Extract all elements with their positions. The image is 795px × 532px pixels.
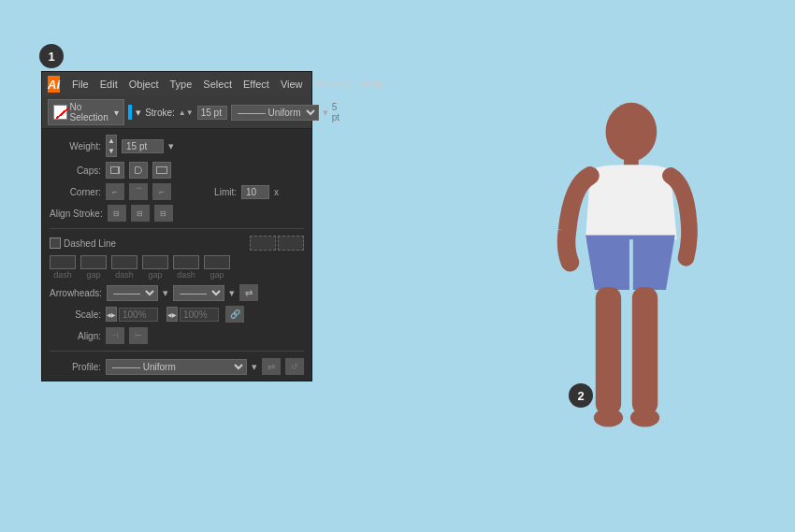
profile-flip-btn[interactable]: ⇄: [262, 358, 281, 375]
divider1: [50, 228, 304, 229]
svg-point-4: [594, 409, 623, 427]
stroke-label: Stroke:: [145, 108, 175, 118]
profile-row: Profile: ——— Uniform ▾ ⇄ ↺: [50, 358, 304, 375]
dash3-label: dash: [173, 270, 199, 280]
profile-reset-btn[interactable]: ↺: [285, 358, 304, 375]
gap3-input[interactable]: [204, 255, 230, 269]
ai-panel: Ai File Edit Object Type Select Effect V…: [41, 71, 312, 381]
arrowhead-swap-btn[interactable]: ⇄: [239, 284, 258, 301]
menu-bar: Ai File Edit Object Type Select Effect V…: [42, 72, 311, 96]
limit-label: Limit:: [185, 187, 237, 197]
menu-help[interactable]: Help: [357, 77, 388, 92]
dashed-label: Dashed Line: [64, 238, 116, 249]
scale2-spinner[interactable]: ◀▶: [166, 307, 178, 322]
ai-logo: Ai: [48, 76, 60, 93]
dropdown-arrow2: ▾: [136, 107, 141, 119]
gap2-input[interactable]: [142, 255, 168, 269]
limit-x: x: [274, 187, 279, 197]
selection-square-icon: [128, 105, 132, 120]
profile-label: Profile:: [50, 362, 101, 372]
divider2: [50, 351, 304, 352]
stroke-type-select[interactable]: ——— Uniform: [231, 105, 319, 121]
dash1-input[interactable]: [50, 255, 76, 269]
corner-miter-btn[interactable]: ⌐: [106, 183, 124, 200]
scale2-input[interactable]: [180, 308, 219, 322]
svg-point-0: [606, 103, 658, 162]
scale1-input[interactable]: [119, 308, 158, 322]
arrow-end-dropdown: ▾: [229, 287, 235, 299]
dashed-line-row: Dashed Line: [50, 236, 304, 251]
stroke-up-arrow: ▲▼: [179, 108, 194, 117]
corner-label: Corner:: [50, 187, 101, 197]
align-outside-btn[interactable]: ⊟: [154, 205, 173, 222]
arrowheads-label: Arrowheads:: [50, 288, 102, 298]
gap1-input[interactable]: [80, 255, 107, 269]
align2-label: Align:: [50, 331, 101, 341]
align-stroke-row: Align Stroke: ⊟ ⊟ ⊟: [50, 205, 304, 222]
corner-round-btn[interactable]: ⌒: [129, 183, 148, 200]
step-badge-2: 2: [569, 383, 593, 408]
no-selection-dropdown[interactable]: No Selection ▾: [48, 99, 124, 125]
menu-edit[interactable]: Edit: [95, 77, 123, 92]
align-stroke-label: Align Stroke:: [50, 208, 103, 219]
weight-spinner[interactable]: ▲ ▼: [106, 135, 117, 157]
dropdown-arrow: ▾: [114, 108, 119, 118]
menu-type[interactable]: Type: [166, 77, 197, 92]
menu-effect[interactable]: Effect: [238, 77, 274, 92]
scale-label: Scale:: [50, 309, 101, 320]
svg-point-5: [630, 409, 659, 427]
arrowheads-row: Arrowheads: ——— ▾ ——— ▾ ⇄: [50, 284, 304, 301]
caps-row: Caps:: [50, 162, 304, 179]
arrowhead-end-select[interactable]: ———: [173, 285, 224, 301]
panel-content: Weight: ▲ ▼ ▾ Caps: Corner: ⌐ ⌒: [42, 129, 311, 381]
dash-preset2[interactable]: [278, 236, 304, 251]
arrowhead-start-select[interactable]: ———: [107, 285, 158, 301]
stroke-color-indicator: [53, 105, 67, 120]
dash1-label: dash: [50, 270, 76, 280]
step-badge-1: 1: [39, 44, 64, 68]
corner-row: Corner: ⌐ ⌒ ⌐ Limit: x: [50, 183, 304, 200]
profile-select[interactable]: ——— Uniform: [106, 359, 247, 375]
align-center-btn[interactable]: ⊟: [108, 205, 126, 222]
limit-input[interactable]: [241, 185, 269, 199]
cap-flat-btn[interactable]: [106, 162, 124, 179]
corner-bevel-btn[interactable]: ⌐: [152, 183, 171, 200]
align2-row: Align: ⊣ ⊢: [50, 327, 304, 344]
align-right-btn[interactable]: ⊢: [129, 327, 148, 344]
dash2-label: dash: [111, 270, 137, 280]
gap2-label: gap: [142, 270, 168, 280]
scale-lock-btn[interactable]: 🔗: [225, 306, 244, 323]
toolbar-row: No Selection ▾ ▾ Stroke: ▲▼ ——— Uniform …: [42, 96, 311, 129]
scale-row: Scale: ◀▶ ◀▶ 🔗: [50, 306, 304, 323]
weight-input[interactable]: [122, 139, 164, 153]
align-left-btn[interactable]: ⊣: [106, 327, 124, 344]
menu-object[interactable]: Object: [124, 77, 164, 92]
arrow-start-dropdown: ▾: [163, 287, 168, 299]
character-figure: [533, 93, 720, 486]
menu-select[interactable]: Select: [198, 77, 237, 92]
cap-square-btn[interactable]: [152, 162, 171, 179]
svg-rect-2: [596, 287, 621, 415]
cap-round-btn[interactable]: [129, 162, 148, 179]
menu-file[interactable]: File: [67, 77, 94, 92]
caps-label: Caps:: [50, 165, 101, 176]
stroke-input[interactable]: [197, 106, 227, 120]
weight-dropdown-arrow: ▾: [168, 140, 174, 152]
pt-label: 5 pt: [332, 102, 340, 122]
align-inside-btn[interactable]: ⊟: [131, 205, 150, 222]
dash-preset1[interactable]: [250, 236, 276, 251]
scale1-spinner[interactable]: ◀▶: [106, 307, 117, 322]
weight-row: Weight: ▲ ▼ ▾: [50, 135, 304, 157]
weight-label: Weight:: [50, 141, 101, 151]
gap1-label: gap: [80, 270, 107, 280]
dash-labels-row: dash gap dash gap dash gap: [50, 270, 304, 280]
svg-rect-3: [632, 287, 658, 415]
dash3-input[interactable]: [173, 255, 199, 269]
dash-gap-row: [50, 255, 304, 269]
no-selection-label: No Selection: [70, 102, 112, 122]
menu-window[interactable]: Window: [310, 77, 355, 92]
menu-view[interactable]: View: [276, 77, 308, 92]
dropdown-arrow3: ▾: [323, 107, 328, 119]
dash2-input[interactable]: [111, 255, 137, 269]
dashed-checkbox[interactable]: [50, 237, 61, 249]
